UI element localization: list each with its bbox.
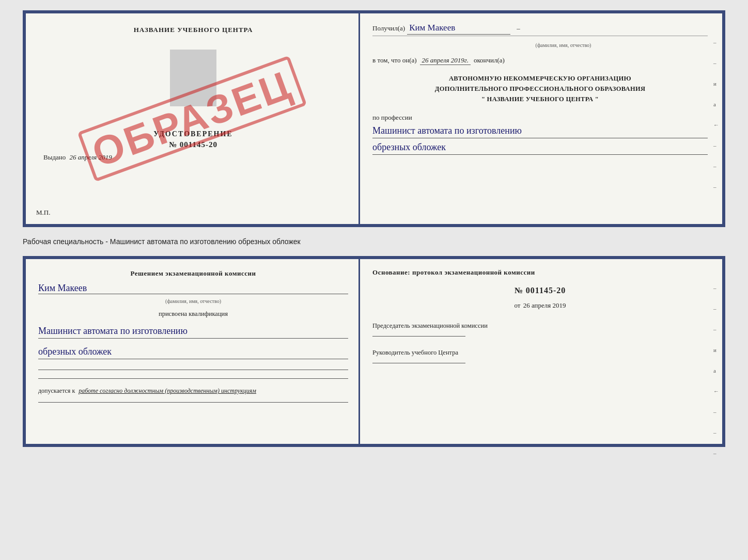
bottom-document: Решением экзаменационной комиссии Ким Ма… bbox=[23, 256, 725, 447]
org-line3: " НАЗВАНИЕ УЧЕБНОГО ЦЕНТРА " bbox=[372, 94, 708, 104]
protocol-date-value: 26 апреля 2019 bbox=[523, 301, 566, 309]
recipient-name: Ким Макеев bbox=[407, 23, 510, 35]
profession-line1: Машинист автомата по изготовлению bbox=[372, 124, 708, 138]
middle-text: Рабочая специальность - Машинист автомат… bbox=[23, 236, 725, 247]
top-left-page: НАЗВАНИЕ УЧЕБНОГО ЦЕНТРА УДОСТОВЕРЕНИЕ №… bbox=[26, 13, 360, 224]
director-sig-line bbox=[372, 363, 465, 363]
allowed-prefix: допускается к bbox=[38, 387, 75, 394]
dash-after-name: – bbox=[517, 24, 520, 33]
cert-number: № 001145-20 bbox=[169, 140, 217, 149]
chair-label: Председатель экзаменационной комиссии bbox=[372, 321, 708, 331]
director-block: Руководитель учебного Центра bbox=[372, 348, 708, 363]
side-marks-bottom: – – – и а ← – – – bbox=[713, 285, 719, 456]
top-document: НАЗВАНИЕ УЧЕБНОГО ЦЕНТРА УДОСТОВЕРЕНИЕ №… bbox=[23, 10, 725, 227]
top-school-name: НАЗВАНИЕ УЧЕБНОГО ЦЕНТРА bbox=[134, 26, 253, 34]
date-line: в том, что он(а) 26 апреля 2019г. окончи… bbox=[372, 56, 708, 65]
date-value: 26 апреля 2019г. bbox=[420, 56, 471, 65]
org-line1: АВТОНОМНУЮ НЕКОММЕРЧЕСКУЮ ОРГАНИЗАЦИЮ bbox=[372, 73, 708, 84]
photo-placeholder bbox=[170, 50, 216, 106]
qual-label: присвоена квалификация bbox=[38, 310, 348, 318]
cert-label: УДОСТОВЕРЕНИЕ bbox=[153, 130, 232, 138]
sig-line-3 bbox=[38, 402, 348, 403]
fio-hint-top: (фамилия, имя, отчество) bbox=[419, 42, 708, 48]
signature-lines bbox=[38, 370, 348, 379]
org-block: АВТОНОМНУЮ НЕКОММЕРЧЕСКУЮ ОРГАНИЗАЦИЮ ДО… bbox=[372, 73, 708, 104]
date-prefix: в том, что он(а) bbox=[372, 56, 417, 65]
org-line2: ДОПОЛНИТЕЛЬНОГО ПРОФЕССИОНАЛЬНОГО ОБРАЗО… bbox=[372, 84, 708, 94]
protocol-date: от 26 апреля 2019 bbox=[372, 301, 708, 310]
qual-line1: Машинист автомата по изготовлению bbox=[38, 324, 348, 339]
allowed-block: допускается к работе согласно должностны… bbox=[38, 387, 348, 395]
chair-block: Председатель экзаменационной комиссии bbox=[372, 321, 708, 337]
issued-label: Выдано bbox=[43, 153, 66, 161]
sig-line-1 bbox=[38, 370, 348, 370]
bottom-left-page: Решением экзаменационной комиссии Ким Ма… bbox=[26, 259, 360, 444]
protocol-number: № 001145-20 bbox=[372, 286, 708, 295]
recipient-line: Получил(а) Ким Макеев – bbox=[372, 23, 708, 36]
issued-date-value: 26 апреля 2019 bbox=[70, 153, 112, 161]
commission-name: Ким Макеев bbox=[38, 283, 348, 294]
received-label: Получил(а) bbox=[372, 24, 405, 33]
profession-block: по профессии Машинист автомата по изгото… bbox=[372, 114, 708, 155]
chair-sig-line bbox=[372, 336, 465, 337]
director-label: Руководитель учебного Центра bbox=[372, 348, 708, 358]
basis-heading: Основание: протокол экзаменационной коми… bbox=[372, 268, 708, 277]
protocol-date-prefix: от bbox=[514, 301, 520, 309]
fio-hint-bottom: (фамилия, имя, отчество) bbox=[38, 298, 348, 304]
profession-line2: обрезных обложек bbox=[372, 140, 708, 155]
commission-heading: Решением экзаменационной комиссии bbox=[38, 269, 348, 278]
bottom-right-page: Основание: протокол экзаменационной коми… bbox=[360, 259, 722, 444]
mp-label: М.П. bbox=[36, 209, 50, 217]
qual-line2: обрезных обложек bbox=[38, 345, 348, 359]
date-suffix: окончил(а) bbox=[474, 56, 505, 65]
issued-date: Выдано 26 апреля 2019 bbox=[38, 153, 348, 162]
sig-line-2 bbox=[38, 378, 348, 379]
side-marks-top: – – и а ← – – – bbox=[713, 39, 719, 190]
top-right-page: Получил(а) Ким Макеев – (фамилия, имя, о… bbox=[360, 13, 722, 224]
profession-label: по профессии bbox=[372, 114, 708, 122]
allowed-text: работе согласно должностным (производств… bbox=[79, 387, 256, 394]
